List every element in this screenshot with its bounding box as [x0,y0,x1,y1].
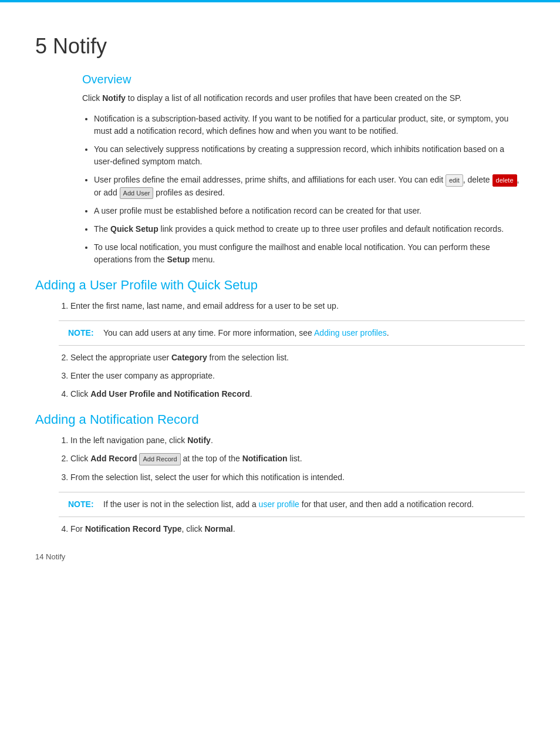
user-profile-steps-2: Select the appropriate user Category fro… [70,352,525,400]
note-text-1: You can add users at any time. For more … [103,327,389,339]
overview-bullets: Notification is a subscription-based act… [94,113,525,266]
step-4: Click Add User Profile and Notification … [70,388,525,400]
bullet-1: Notification is a subscription-based act… [94,113,525,137]
adding-user-profile-heading: Adding a User Profile with Quick Setup [35,278,525,293]
add-record-button[interactable]: Add Record [139,453,180,465]
note-label-2: NOTE: [68,498,97,511]
bullet-3: User profiles define the email addresses… [94,174,525,199]
quick-setup-bold: Quick Setup [110,224,158,234]
add-user-profile-bold: Add User Profile and Notification Record [90,389,249,399]
note-label-1: NOTE: [68,327,97,339]
note-box-1: NOTE: You can add users at any time. For… [59,320,525,346]
adding-notification-section: Adding a Notification Record In the left… [35,412,525,535]
step-3: Enter the user company as appropriate. [70,370,525,382]
bullet-5: The Quick Setup link provides a quick me… [94,223,525,235]
notif-step-2: Click Add Record Add Record at the top o… [70,453,525,465]
bullet-4: A user profile must be established befor… [94,205,525,217]
notification-steps-4: For Notification Record Type, click Norm… [70,523,525,535]
bullet-2: You can selectively suppress notificatio… [94,143,525,168]
adding-user-profile-section: Adding a User Profile with Quick Setup E… [35,278,525,400]
notif-step-1: In the left navigation pane, click Notif… [70,434,525,447]
chapter-title: 5 Notify [35,34,525,59]
user-profile-link[interactable]: user profile [259,499,299,509]
bullet-6: To use local notification, you must conf… [94,241,525,266]
step-1: Enter the first name, last name, and ema… [70,300,525,312]
overview-intro: Click Notify to display a list of all no… [82,92,525,104]
step-2: Select the appropriate user Category fro… [70,352,525,364]
adding-user-profiles-link[interactable]: Adding user profiles [314,328,387,337]
notification-steps-1: In the left navigation pane, click Notif… [70,434,525,484]
notification-record-type-bold: Notification Record Type [85,524,182,534]
page-footer: 14 Notify [35,552,65,561]
category-bold: Category [171,353,207,362]
top-border [0,0,560,2]
overview-heading: Overview [82,73,525,86]
adding-notification-heading: Adding a Notification Record [35,412,525,427]
edit-button[interactable]: edit [446,174,463,187]
notification-bold: Notification [242,454,288,463]
add-record-bold: Add Record [90,454,137,463]
note-box-2: NOTE: If the user is not in the selectio… [59,492,525,517]
notify-bold: Notify [102,93,126,103]
add-user-button[interactable]: Add User [120,187,154,200]
notif-step-4: For Notification Record Type, click Norm… [70,523,525,535]
user-profile-steps: Enter the first name, last name, and ema… [70,300,525,312]
notif-step-3: From the selection list, select the user… [70,471,525,484]
notify-bold-2: Notify [187,436,211,445]
delete-button[interactable]: delete [492,174,517,187]
normal-bold: Normal [204,524,232,534]
setup-bold: Setup [167,255,190,264]
page-content: 5 Notify Overview Click Notify to displa… [0,14,560,579]
note-text-2: If the user is not in the selection list… [103,498,474,511]
